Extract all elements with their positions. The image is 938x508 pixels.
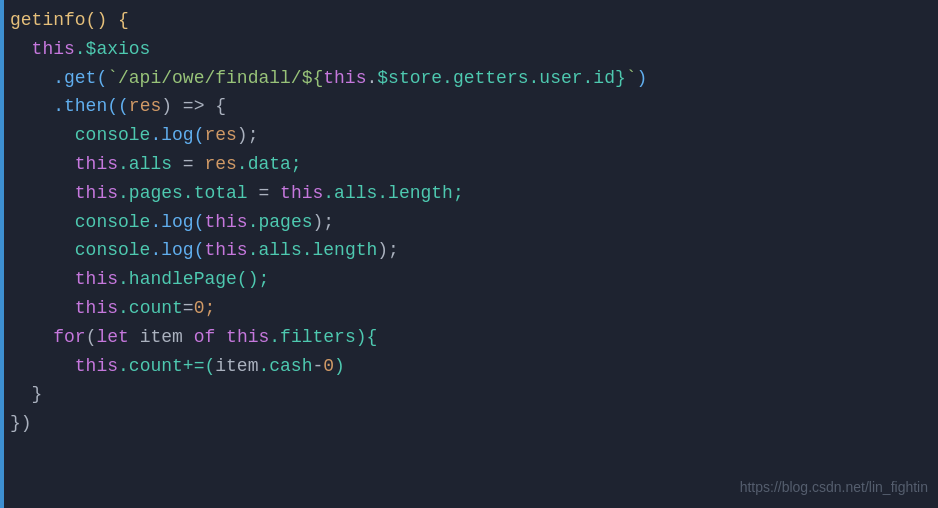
code-token: this [75, 265, 118, 294]
code-token: this [226, 323, 269, 352]
code-token: .cash [258, 352, 312, 381]
code-token: .pages.total [118, 179, 258, 208]
code-token: $store [377, 64, 442, 93]
code-token: console [10, 236, 150, 265]
code-token: getinfo() { [10, 6, 129, 35]
code-token: for [53, 323, 85, 352]
code-token [10, 150, 75, 179]
code-line: this.count+=(item.cash-0) [0, 352, 938, 381]
code-token: this [75, 179, 118, 208]
code-token: ); [237, 121, 259, 150]
code-line: this.$axios [0, 35, 938, 64]
code-token: this [280, 179, 323, 208]
code-editor: getinfo() { this.$axios .get(`/api/owe/f… [0, 0, 938, 508]
code-token: - [312, 352, 323, 381]
code-token: item [140, 323, 194, 352]
code-token: = [183, 294, 194, 323]
code-line: .get(`/api/owe/findall/${this.$store.get… [0, 64, 938, 93]
code-token: = [258, 179, 280, 208]
code-line: .then((res) => { [0, 92, 938, 121]
code-token: let [96, 323, 139, 352]
code-token: of [194, 323, 226, 352]
code-token: } [10, 380, 42, 409]
code-token: console [10, 121, 150, 150]
code-block: getinfo() { this.$axios .get(`/api/owe/f… [0, 0, 938, 444]
code-token: res [204, 150, 236, 179]
code-token: = [183, 150, 205, 179]
code-token: this [75, 294, 118, 323]
code-line: }) [0, 409, 938, 438]
code-line: this.pages.total = this.alls.length; [0, 179, 938, 208]
code-token: .log( [150, 121, 204, 150]
code-token: console [10, 208, 150, 237]
code-token: `/api/owe/findall/${ [107, 64, 323, 93]
code-line: console.log(res); [0, 121, 938, 150]
code-token: .alls [118, 150, 183, 179]
code-line: console.log(this.alls.length); [0, 236, 938, 265]
code-token: }) [10, 409, 32, 438]
code-token [10, 179, 75, 208]
code-token: this [75, 150, 118, 179]
code-line: console.log(this.pages); [0, 208, 938, 237]
code-token: ) => { [161, 92, 226, 121]
code-token: ( [86, 323, 97, 352]
code-token: res [129, 92, 161, 121]
code-token: this [204, 208, 247, 237]
code-line: this.count=0; [0, 294, 938, 323]
code-token [10, 323, 53, 352]
code-line: getinfo() { [0, 6, 938, 35]
code-token: ` [626, 64, 637, 93]
code-token: this [204, 236, 247, 265]
code-token: . [366, 64, 377, 93]
code-token: .count [118, 294, 183, 323]
watermark: https://blog.csdn.net/lin_fightin [740, 476, 928, 498]
code-token: this [10, 35, 75, 64]
code-token: .data; [237, 150, 302, 179]
code-token: .then(( [10, 92, 129, 121]
code-token: .log( [150, 236, 204, 265]
code-token: this [75, 352, 118, 381]
code-token: ) [637, 64, 648, 93]
code-line: for(let item of this.filters){ [0, 323, 938, 352]
code-line: } [0, 380, 938, 409]
code-token: .getters.user.id} [442, 64, 626, 93]
code-token [10, 294, 75, 323]
code-token: .pages [248, 208, 313, 237]
code-line: this.handlePage(); [0, 265, 938, 294]
code-token: .handlePage(); [118, 265, 269, 294]
code-token: .get( [10, 64, 107, 93]
code-token [10, 352, 75, 381]
code-token: this [323, 64, 366, 93]
code-token: res [204, 121, 236, 150]
code-token: .alls.length [248, 236, 378, 265]
code-token: 0; [194, 294, 216, 323]
code-token: ); [377, 236, 399, 265]
code-token: ) [334, 352, 345, 381]
code-token: .alls.length; [323, 179, 463, 208]
line-bar [0, 0, 4, 508]
code-line: this.alls = res.data; [0, 150, 938, 179]
code-token: 0 [323, 352, 334, 381]
code-token: .$axios [75, 35, 151, 64]
code-token: item [215, 352, 258, 381]
code-token: .log( [150, 208, 204, 237]
code-token: ); [312, 208, 334, 237]
code-token [10, 265, 75, 294]
code-token: .count+=( [118, 352, 215, 381]
code-token: .filters){ [269, 323, 377, 352]
